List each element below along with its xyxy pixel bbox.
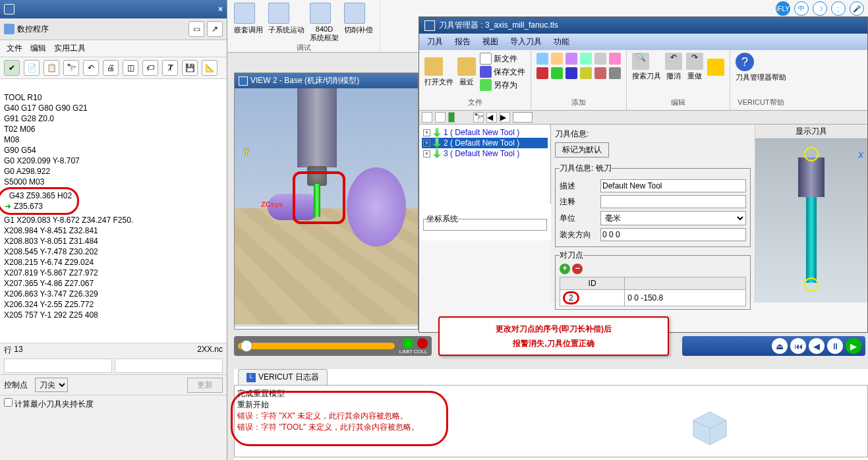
redo-icon[interactable]: ↷ — [686, 53, 703, 70]
control-point-select[interactable]: 刀尖 — [35, 378, 68, 392]
popout-icon[interactable]: ↗ — [207, 21, 223, 37]
nested-call-icon[interactable] — [234, 3, 255, 24]
log-body[interactable]: 完成重置模型 重新开始 错误：字符 "XX" 未定义，此行其余内容被忽略。 错误… — [234, 385, 868, 457]
subsys-icon[interactable] — [268, 3, 289, 24]
mark-default-button[interactable]: 标记为默认 — [555, 142, 609, 158]
mb-next-icon[interactable]: ▶ — [500, 112, 510, 123]
mb-run-icon[interactable] — [448, 112, 455, 123]
mb-find-icon[interactable]: 🔭 — [473, 112, 484, 123]
recent-icon[interactable] — [457, 57, 476, 76]
tree-item-3[interactable]: +3 ( Default New Tool ) — [422, 148, 548, 159]
save-icon[interactable]: 💾 — [182, 60, 198, 76]
840d-icon[interactable] — [310, 3, 331, 24]
orient-input[interactable] — [600, 228, 746, 241]
del-row-button[interactable]: − — [572, 264, 583, 274]
tool-display-3d[interactable]: 显示刀具 X — [755, 125, 867, 302]
tree-item-2[interactable]: +2 ( Default New Tool ) — [422, 138, 548, 148]
log-tab[interactable]: L VERICUT 日志器 — [238, 369, 328, 385]
save-file-icon[interactable] — [480, 66, 492, 78]
ifly-icon[interactable]: iFLY — [776, 1, 790, 16]
zh-icon[interactable]: 中 — [794, 1, 809, 16]
control-point-row: 控制点 刀尖 更新 — [0, 374, 227, 395]
mb-1[interactable] — [422, 112, 432, 123]
strike-icon[interactable]: Ⱦ — [162, 60, 178, 76]
measure-icon[interactable]: 📐 — [202, 60, 217, 76]
menu-file[interactable]: 文件 — [7, 43, 22, 54]
unit-select[interactable]: 毫米 — [600, 211, 746, 225]
tool-tree[interactable]: +1 ( Default New Tool ) +2 ( Default New… — [419, 125, 551, 204]
speed-slider[interactable] — [238, 343, 395, 349]
undo-icon[interactable]: ↶ — [83, 60, 99, 76]
search-tool-icon[interactable]: 🔍 — [632, 53, 649, 70]
undo-icon[interactable]: ↶ — [665, 53, 682, 70]
tag-icon[interactable]: 🏷 — [142, 60, 158, 76]
grid-2[interactable] — [115, 359, 223, 373]
tm-menu-view[interactable]: 视图 — [482, 36, 498, 47]
expand-icon[interactable]: + — [423, 150, 430, 158]
add-tool-icon[interactable] — [536, 53, 548, 65]
log-panel: L VERICUT 日志器 完成重置模型 重新开始 错误：字符 "XX" 未定义… — [234, 369, 868, 460]
expand-icon[interactable]: + — [423, 140, 430, 147]
saveas-file-icon[interactable] — [480, 79, 492, 91]
moon-icon[interactable]: ☽ — [813, 1, 827, 16]
collapse-icon[interactable]: ▭ — [188, 21, 204, 37]
slider-knob[interactable] — [241, 340, 252, 352]
nc-icon-2[interactable]: 📋 — [43, 60, 59, 76]
add-b-icon[interactable] — [551, 67, 563, 79]
min-hold-checkbox[interactable] — [4, 398, 13, 407]
nc-code-area[interactable]: TOOL R10 G40 G17 G80 G90 G21 G91 G28 Z0.… — [0, 79, 227, 343]
help-icon[interactable]: ? — [736, 53, 754, 71]
nc-icon-1[interactable]: 📄 — [24, 60, 40, 76]
note-input[interactable] — [600, 195, 746, 208]
add-a-icon[interactable] — [536, 67, 548, 79]
mic-icon[interactable]: 🎤 — [850, 1, 864, 16]
add-row-button[interactable]: + — [560, 264, 570, 274]
table-row[interactable]: 2 0 0 -150.8 — [560, 290, 746, 306]
rewind-button[interactable]: ⏮ — [790, 338, 806, 354]
tm-menu-func[interactable]: 功能 — [554, 36, 569, 47]
tm-menu-import[interactable]: 导入刀具 — [510, 36, 542, 47]
close-icon[interactable]: × — [218, 5, 223, 14]
update-button[interactable]: 更新 — [187, 378, 223, 393]
add-f-icon[interactable] — [609, 67, 621, 79]
binoculars-icon[interactable]: 🔭 — [63, 60, 79, 76]
mb-input[interactable] — [513, 112, 533, 123]
add-insert-icon[interactable] — [565, 53, 577, 65]
offset-value[interactable]: 0 0 -150.8 — [625, 290, 746, 306]
step-back-button[interactable]: ◀ — [809, 338, 825, 354]
offset-col-header — [625, 277, 746, 290]
menu-edit[interactable]: 编辑 — [30, 43, 46, 54]
tree-item-1[interactable]: +1 ( Default New Tool ) — [422, 127, 548, 138]
grid-1[interactable] — [4, 359, 112, 373]
tm-titlebar[interactable]: 刀具管理器 : 3_axis_mill_fanuc.tls — [419, 17, 867, 34]
desc-input[interactable] — [600, 179, 746, 192]
check-icon[interactable]: ✔ — [4, 60, 20, 76]
anno-line-2: 报警消失,刀具位置正确 — [446, 336, 661, 351]
mb-prev-icon[interactable]: ◀ — [486, 112, 497, 123]
play-button[interactable]: ▶ — [846, 338, 861, 354]
mb-2[interactable] — [435, 112, 446, 123]
add-e-icon[interactable] — [594, 67, 606, 79]
view-3d[interactable]: Y ZCsys — [235, 88, 418, 327]
new-file-icon[interactable] — [480, 53, 492, 65]
open-file-icon[interactable] — [424, 57, 443, 76]
semicolon-icon[interactable]: ; — [831, 1, 846, 16]
print-icon[interactable]: 🖨 — [103, 60, 119, 76]
add-probe-icon[interactable] — [609, 53, 621, 65]
lock-icon[interactable] — [707, 59, 724, 76]
menu-tools[interactable]: 实用工具 — [54, 43, 86, 54]
add-misc-icon[interactable] — [594, 53, 606, 65]
add-shank-icon[interactable] — [580, 53, 592, 65]
add-d-icon[interactable] — [580, 67, 592, 79]
tm-menu-tool[interactable]: 刀具 — [427, 36, 443, 47]
tm-menu-report[interactable]: 报告 — [455, 36, 471, 47]
id-value[interactable]: 2 — [563, 291, 579, 304]
pause-button[interactable]: ⏸ — [827, 338, 843, 354]
split-icon[interactable]: ◫ — [123, 60, 138, 76]
expand-icon[interactable]: + — [423, 129, 430, 136]
cutter-comp-icon[interactable] — [344, 3, 365, 24]
eject-button[interactable]: ⏏ — [772, 338, 788, 354]
add-holder-icon[interactable] — [551, 53, 563, 65]
control-point-label: 控制点 — [4, 380, 28, 389]
add-c-icon[interactable] — [565, 67, 577, 79]
